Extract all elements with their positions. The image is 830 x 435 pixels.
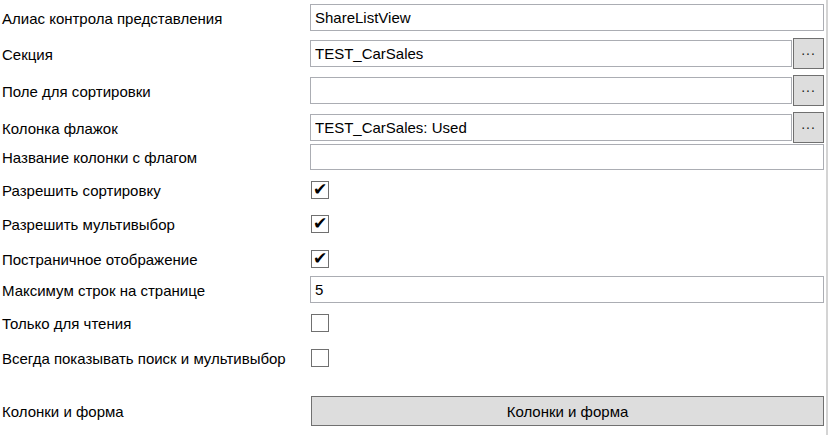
section-input[interactable] — [310, 40, 792, 67]
ellipsis-icon: ... — [801, 42, 816, 58]
paging-label: Постраничное отображение — [2, 251, 198, 268]
section-browse-button[interactable]: ... — [793, 38, 824, 69]
flag-column-input[interactable] — [310, 114, 792, 141]
section-label: Секция — [2, 45, 53, 62]
paging-checkbox[interactable]: ✔ — [311, 250, 329, 268]
row-readonly: Только для чтения — [0, 314, 830, 332]
readonly-label: Только для чтения — [2, 315, 131, 332]
check-icon: ✔ — [313, 215, 327, 232]
flag-column-title-input[interactable] — [310, 144, 824, 170]
row-always-show-search: Всегда показывать поиск и мультивыбор — [0, 349, 830, 367]
row-paging: Постраничное отображение ✔ — [0, 250, 830, 268]
ellipsis-icon: ... — [801, 79, 816, 95]
flag-column-label: Колонка флажок — [2, 119, 118, 136]
flag-column-browse-button[interactable]: ... — [793, 112, 824, 143]
row-sort-field: Поле для сортировки ... — [0, 77, 830, 104]
allow-multiselect-checkbox[interactable]: ✔ — [311, 215, 329, 233]
row-max-rows: Максимум строк на странице — [0, 276, 830, 303]
max-rows-input[interactable] — [310, 276, 824, 303]
row-section: Секция ... — [0, 40, 830, 67]
columns-and-form-button[interactable]: Колонки и форма — [311, 396, 824, 426]
check-icon: ✔ — [313, 181, 327, 198]
row-allow-multiselect: Разрешить мультивыбор ✔ — [0, 215, 830, 233]
allow-sorting-checkbox[interactable]: ✔ — [311, 181, 329, 199]
right-separator-line — [826, 0, 828, 435]
max-rows-label: Максимум строк на странице — [2, 281, 205, 298]
row-flag-column: Колонка флажок ... — [0, 114, 830, 141]
ellipsis-icon: ... — [801, 116, 816, 132]
sort-field-input[interactable] — [310, 77, 792, 104]
columns-and-form-label: Колонки и форма — [2, 403, 124, 420]
row-allow-sorting: Разрешить сортировку ✔ — [0, 181, 830, 199]
always-show-search-checkbox[interactable] — [311, 349, 329, 367]
check-icon: ✔ — [313, 250, 327, 267]
alias-label: Алиас контрола представления — [2, 9, 222, 26]
row-columns-and-form: Колонки и форма Колонки и форма — [0, 396, 830, 426]
sort-field-browse-button[interactable]: ... — [793, 75, 824, 106]
always-show-search-label: Всегда показывать поиск и мультивыбор — [2, 350, 286, 367]
allow-multiselect-label: Разрешить мультивыбор — [2, 216, 175, 233]
allow-sorting-label: Разрешить сортировку — [2, 182, 161, 199]
row-alias: Алиас контрола представления — [0, 4, 830, 31]
flag-column-title-label: Название колонки с флагом — [2, 149, 197, 166]
readonly-checkbox[interactable] — [311, 314, 329, 332]
sort-field-label: Поле для сортировки — [2, 82, 151, 99]
alias-input[interactable] — [310, 4, 824, 31]
row-flag-column-title: Название колонки с флагом — [0, 144, 830, 170]
properties-form: Алиас контрола представления Секция ... … — [0, 0, 830, 435]
